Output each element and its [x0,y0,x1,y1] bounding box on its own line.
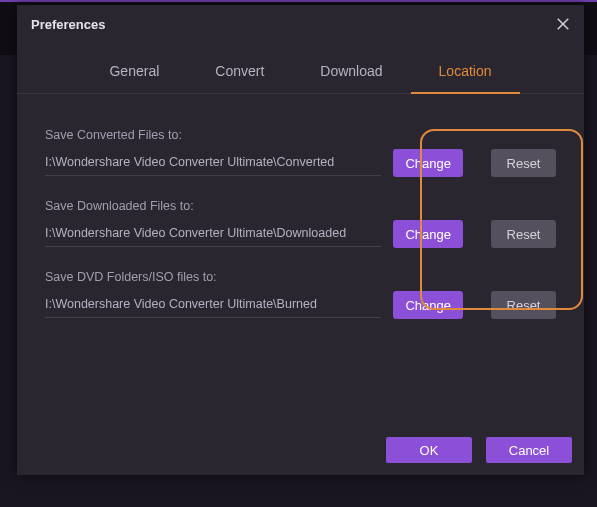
change-button-converted[interactable]: Change [393,149,463,177]
field-label-downloaded: Save Downloaded Files to: [45,199,556,213]
change-button-downloaded[interactable]: Change [393,220,463,248]
field-label-dvd: Save DVD Folders/ISO files to: [45,270,556,284]
field-label-converted: Save Converted Files to: [45,128,556,142]
field-row: Change Reset [45,291,556,319]
field-row: Change Reset [45,220,556,248]
field-downloaded: Save Downloaded Files to: Change Reset [45,199,556,248]
ok-button[interactable]: OK [386,437,472,463]
close-button[interactable] [554,15,572,33]
tab-general[interactable]: General [81,51,187,93]
tab-location[interactable]: Location [411,51,520,93]
field-dvd: Save DVD Folders/ISO files to: Change Re… [45,270,556,319]
tab-content-location: Save Converted Files to: Change Reset Sa… [17,94,584,475]
row-actions: Change Reset [393,220,556,248]
path-input-downloaded[interactable] [45,222,381,247]
path-input-converted[interactable] [45,151,381,176]
reset-button-downloaded[interactable]: Reset [491,220,556,248]
field-converted: Save Converted Files to: Change Reset [45,128,556,177]
dialog-footer: OK Cancel [386,437,572,463]
dialog-title: Preferences [31,17,105,32]
field-row: Change Reset [45,149,556,177]
tabs-bar: General Convert Download Location [17,43,584,94]
row-actions: Change Reset [393,291,556,319]
row-actions: Change Reset [393,149,556,177]
close-icon [556,17,570,31]
tab-convert[interactable]: Convert [187,51,292,93]
path-input-dvd[interactable] [45,293,381,318]
cancel-button[interactable]: Cancel [486,437,572,463]
reset-button-dvd[interactable]: Reset [491,291,556,319]
dialog-titlebar: Preferences [17,5,584,43]
preferences-dialog: Preferences General Convert Download Loc… [17,5,584,475]
tab-download[interactable]: Download [292,51,410,93]
reset-button-converted[interactable]: Reset [491,149,556,177]
change-button-dvd[interactable]: Change [393,291,463,319]
